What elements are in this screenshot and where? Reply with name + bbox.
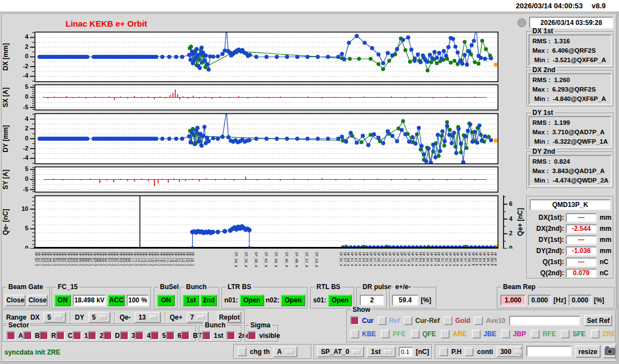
bunch-2nd-button[interactable]: 2nd [200,295,217,306]
checkbox-item-KBE: KBE [350,330,376,338]
checkbox-5[interactable] [150,331,159,340]
threshold-input[interactable] [399,347,413,357]
checkbox-label: RFE [542,330,556,338]
svg-text:4: 4 [25,115,29,122]
checkbox-2[interactable] [88,331,97,340]
samples-select[interactable]: 300 [496,346,522,357]
checkbox-label: 4 [147,332,150,340]
divider [70,311,71,323]
ratio-field: 59.4 [392,295,419,306]
svg-text:Qe- [nC]: Qe- [nC] [2,209,9,235]
range-dy-select[interactable]: 5 [88,312,111,323]
bpm-label: SP_91_4 [441,252,444,266]
checkbox-Cur[interactable] [350,316,359,325]
svg-text:10: 10 [22,205,28,212]
checkbox-item-Cur: Cur [350,316,374,325]
screenshot-button[interactable] [603,345,616,358]
checkbox-label: visible [259,332,280,340]
group-title: Beam Rep [501,284,537,291]
bpm-label: SP_83_4 [419,252,422,266]
checkbox-item-B: B [23,331,40,340]
dropdown-indicator [515,350,522,354]
checkbox-B[interactable] [23,331,32,340]
resize-button[interactable]: resize [575,345,601,358]
checkbox-label: Ref [389,317,400,325]
application-window: 2026/03/14 04:00:53 v8.9 Linac KEKB e+ O… [0,0,619,364]
checkbox-Ref[interactable] [378,316,386,325]
checkbox-item-6: 6 [166,331,182,340]
range-dx-select[interactable]: 5 [43,312,66,323]
group-title: Beam Gate [7,284,45,291]
checkbox-chg-th[interactable] [238,347,246,356]
conti-label: conti [477,348,493,356]
sp-at-value: SP_AT_0 [321,348,349,356]
busel-on-button[interactable]: ON [157,295,175,306]
checkbox-visible[interactable] [248,331,256,340]
checkbox-3[interactable] [120,331,129,340]
svg-text:0: 0 [25,135,28,141]
fc15-acc-button[interactable]: ACC [108,295,125,306]
beam-gate-close-1-button[interactable]: Close [5,295,26,306]
checkbox-RFE[interactable] [531,330,540,338]
sector-select[interactable]: A [273,346,298,357]
checkbox-6[interactable] [166,331,175,340]
checkbox-JBE[interactable] [472,330,481,338]
checkbox-4[interactable] [135,331,144,340]
bpm-label: SP_84_4 [422,252,425,266]
checkbox-item-R: R [39,331,56,340]
checkbox-1st[interactable] [202,331,211,340]
bpm-label: SP_B4_P [482,252,486,266]
checkbox-C[interactable] [56,331,65,340]
checkbox-A[interactable] [7,331,16,340]
divider [165,311,166,323]
checkbox-1[interactable] [73,331,82,340]
checkbox-D[interactable] [103,331,112,340]
ref-input[interactable] [509,316,580,326]
fc15-on-button[interactable]: ON [54,295,71,306]
checkbox-JBP[interactable] [501,330,510,338]
dx-2nd-stats: DX 2nd RMS : 1.260 Max : 6.293@QRF2S Min… [526,70,614,107]
monitor-unit: mm [600,225,611,232]
checkbox-item-ARE: ARE [441,330,466,338]
bpm-label: SP_B3_P [479,252,482,266]
bpm-label: SP_85_4 [426,252,429,266]
checkbox-QFE[interactable] [411,330,420,338]
checkbox-SFE[interactable] [561,330,570,338]
ratio-group: e+/e- 59.4 [%] [389,287,437,309]
checkbox-P.H[interactable] [439,347,448,356]
monitor-row: Q(1st): --- nC [529,256,612,267]
checkbox-ZRE[interactable] [591,330,600,338]
checkbox-label: B [35,332,40,340]
bpm-label: SP_68_4 [377,252,380,266]
beam-gate-close-2-button[interactable]: Close [27,295,48,306]
ltr-bs-group: LTR BS n01: Open n02: Open [222,287,308,309]
bunch-1st-button[interactable]: 1st [183,295,199,306]
rtl-s01-open-button[interactable]: Open [328,295,352,306]
hz-unit: [Hz] [553,296,566,304]
svg-text:-5: -5 [23,104,28,110]
sp-at-select[interactable]: SP_AT_0 [317,346,364,357]
monitor-label: DY(2nd): [529,247,564,255]
range-qe-minus-select[interactable]: 13 [134,312,160,323]
ltr-n02-open-button[interactable]: Open [281,295,305,306]
svg-text:6: 6 [509,200,512,207]
checkbox-conti[interactable] [465,347,474,356]
checkbox-BT[interactable] [181,331,190,340]
divider [114,311,115,323]
monitor-unit: nC [600,269,608,277]
set-ref-button[interactable]: Set Ref [584,315,612,326]
monitor-unit: mm [600,247,611,255]
checkbox-Gold[interactable] [444,316,452,325]
min-value: Min : -6.322@QWFP_1A [532,137,608,146]
checkbox-KBE[interactable] [350,330,359,338]
free-input[interactable] [526,346,572,357]
checkbox-PFE[interactable] [381,330,390,338]
checkbox-R[interactable] [39,331,48,340]
checkbox-2nd[interactable] [227,331,235,340]
bunch-order-select[interactable]: 1st [367,346,396,357]
checkbox-ARE[interactable] [441,330,450,338]
checkbox-Ave10[interactable] [474,316,483,325]
checkbox-Cur-Ref[interactable] [404,316,412,325]
checkbox-label: JBP [513,330,526,338]
ltr-n01-open-button[interactable]: Open [240,295,264,306]
